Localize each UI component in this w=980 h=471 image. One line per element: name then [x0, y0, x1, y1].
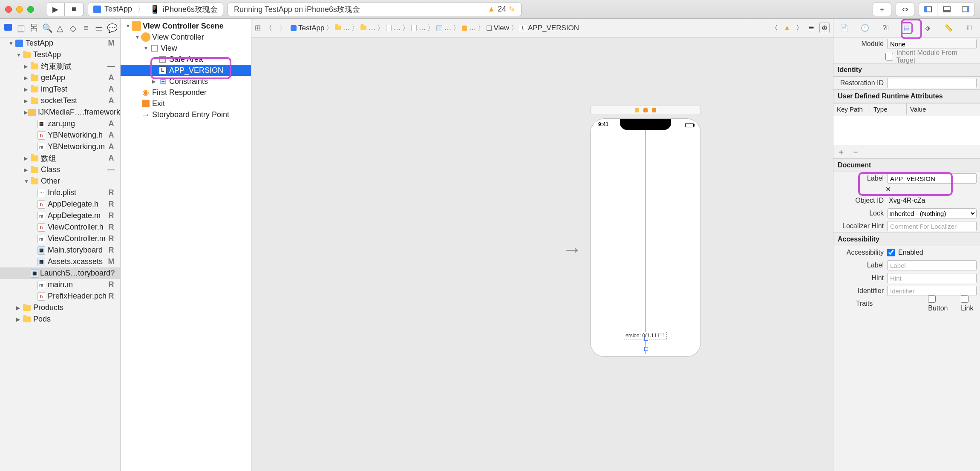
- toggle-navigator-button[interactable]: [919, 3, 937, 16]
- project-tree-row[interactable]: ▦LaunchS…toryboard?: [0, 267, 120, 279]
- outline-row[interactable]: ◉First Responder: [121, 87, 251, 98]
- project-tree-row[interactable]: ▶数组A: [0, 152, 120, 164]
- udra-remove-button[interactable]: －: [851, 147, 860, 156]
- project-tree-row[interactable]: ▶getAppA: [0, 72, 120, 83]
- udra-add-button[interactable]: ＋: [837, 147, 845, 156]
- run-button[interactable]: ▶: [46, 3, 65, 16]
- attributes-inspector-icon[interactable]: ⬗: [922, 22, 934, 34]
- jump-segment[interactable]: TestApp: [291, 24, 324, 32]
- project-tree-row[interactable]: ▶IJKMediaF….frameworkM: [0, 106, 120, 118]
- accessibility-enabled-checkbox[interactable]: [887, 249, 895, 256]
- project-tree-row[interactable]: hYBNetworking.hA: [0, 129, 120, 141]
- debug-nav-icon[interactable]: ≡: [81, 23, 91, 33]
- outline-row[interactable]: ▼View Controller Scene: [121, 20, 251, 32]
- toggle-inspector-button[interactable]: [956, 3, 975, 16]
- project-tree-row[interactable]: ▦Assets.xcassetsM: [0, 256, 120, 267]
- project-tree[interactable]: ▼TestAppM▼TestApp▶约束测试—▶getAppA▶imgTestA…: [0, 37, 120, 471]
- source-control-nav-icon[interactable]: ◫: [16, 23, 26, 33]
- jump-segment[interactable]: …: [360, 24, 375, 32]
- report-nav-icon[interactable]: 💬: [107, 23, 117, 33]
- outline-row[interactable]: ▼View Controller: [121, 32, 251, 43]
- jump-warning-icon[interactable]: ▲: [783, 23, 791, 32]
- lock-select[interactable]: Inherited - (Nothing): [887, 208, 977, 218]
- fix-icon[interactable]: ✎: [509, 5, 515, 14]
- trait-button-checkbox[interactable]: [928, 295, 936, 303]
- scheme-selector[interactable]: TestApp 〉 📱 iPhone6s玫瑰金: [88, 3, 223, 16]
- project-tree-row[interactable]: ▶Products: [0, 302, 120, 313]
- acc-label-field[interactable]: [887, 260, 977, 270]
- project-tree-row[interactable]: hAppDelegate.hR: [0, 198, 120, 210]
- forward-icon[interactable]: 〉: [277, 23, 289, 33]
- scene-dock[interactable]: [590, 106, 701, 115]
- project-tree-row[interactable]: mYBNetworking.mA: [0, 141, 120, 152]
- jump-segment[interactable]: ·…: [386, 24, 401, 32]
- project-tree-row[interactable]: ▶约束测试—: [0, 60, 120, 72]
- toggle-debug-button[interactable]: [937, 3, 956, 16]
- project-tree-row[interactable]: hViewController.hR: [0, 221, 120, 233]
- file-inspector-icon[interactable]: 📄: [838, 22, 850, 34]
- udra-table[interactable]: Key Path Type Value ＋ －: [833, 103, 980, 158]
- outline-row[interactable]: ▼View: [121, 43, 251, 54]
- project-tree-row[interactable]: ▧zan.pngA: [0, 118, 120, 129]
- project-tree-row[interactable]: ▶Pods: [0, 313, 120, 325]
- project-tree-row[interactable]: mAppDelegate.mR: [0, 210, 120, 221]
- localizer-hint-field[interactable]: [887, 221, 977, 231]
- code-review-button[interactable]: ⇔: [896, 3, 914, 16]
- project-tree-row[interactable]: mViewController.mR: [0, 233, 120, 244]
- project-tree-row[interactable]: ▼Other: [0, 175, 120, 187]
- next-issue-icon[interactable]: 〉: [796, 23, 803, 33]
- prev-issue-icon[interactable]: 〈: [771, 23, 778, 33]
- outline-row[interactable]: LAPP_VERSION: [121, 65, 251, 76]
- project-tree-row[interactable]: hPrefixHeader.pchR: [0, 290, 120, 302]
- project-nav-icon[interactable]: [3, 23, 13, 33]
- swatch-none[interactable]: ✕: [885, 187, 893, 192]
- jump-segment[interactable]: …: [462, 24, 476, 32]
- jump-segment[interactable]: LAPP_VERSION: [520, 24, 579, 32]
- outline-row[interactable]: →Storyboard Entry Point: [121, 109, 251, 120]
- project-tree-row[interactable]: ▶Class—: [0, 164, 120, 175]
- acc-hint-field[interactable]: [887, 273, 977, 283]
- jump-segment[interactable]: ·…: [411, 24, 426, 32]
- jump-segment[interactable]: …: [335, 24, 350, 32]
- module-field[interactable]: [887, 39, 977, 49]
- acc-identifier-field[interactable]: [887, 286, 977, 296]
- connections-inspector-icon[interactable]: ➔⃝: [963, 22, 975, 34]
- project-tree-row[interactable]: ▦Main.storyboardR: [0, 244, 120, 256]
- issue-nav-icon[interactable]: △: [55, 23, 65, 33]
- project-tree-row[interactable]: mmain.mR: [0, 279, 120, 290]
- adjust-editor-icon[interactable]: ≣: [808, 23, 814, 32]
- zoom-icon[interactable]: [27, 6, 34, 13]
- outline-row[interactable]: Exit: [121, 98, 251, 109]
- identity-inspector-icon[interactable]: ▤: [901, 22, 913, 34]
- doc-label-color-swatches[interactable]: ✕: [833, 187, 980, 192]
- warning-icon[interactable]: ▲: [487, 5, 495, 14]
- test-nav-icon[interactable]: ◇: [68, 23, 78, 33]
- back-icon[interactable]: 〈: [262, 23, 275, 33]
- restoration-id-field[interactable]: [887, 78, 977, 88]
- dock-first-responder-icon[interactable]: [643, 108, 648, 112]
- find-nav-icon[interactable]: 🔍: [42, 23, 52, 33]
- library-plus-button[interactable]: ＋: [873, 3, 891, 16]
- project-tree-row[interactable]: ▶imgTestA: [0, 83, 120, 95]
- project-tree-row[interactable]: ▶socketTestA: [0, 95, 120, 106]
- jump-segment[interactable]: View: [487, 24, 509, 32]
- history-inspector-icon[interactable]: 🕘: [859, 22, 871, 34]
- project-tree-row[interactable]: ▼TestApp: [0, 49, 120, 60]
- size-inspector-icon[interactable]: 📏: [943, 22, 954, 34]
- dock-vc-icon[interactable]: [635, 108, 639, 112]
- inherit-module-checkbox[interactable]: [885, 53, 893, 60]
- project-tree-row[interactable]: ▼TestAppM: [0, 37, 120, 49]
- related-items-icon[interactable]: ⊞: [255, 23, 261, 32]
- trait-link-checkbox[interactable]: [961, 295, 968, 303]
- close-icon[interactable]: [5, 6, 12, 13]
- symbol-nav-icon[interactable]: 呂: [29, 22, 39, 34]
- doc-label-field[interactable]: [887, 173, 977, 184]
- selection-handles[interactable]: [644, 345, 648, 348]
- jump-bar[interactable]: ⊞ 〈 〉 TestApp〉…〉…〉·…〉·…〉…〉…〉View〉LAPP_VE…: [251, 19, 833, 37]
- jump-path[interactable]: TestApp〉…〉…〉·…〉·…〉…〉…〉View〉LAPP_VERSION: [291, 23, 579, 33]
- outline-row[interactable]: ▶⊞Constraints: [121, 76, 251, 87]
- add-editor-icon[interactable]: ⊕: [819, 23, 830, 33]
- outline-tree[interactable]: ▼View Controller Scene▼View Controller▼V…: [121, 19, 251, 120]
- dock-exit-icon[interactable]: [652, 108, 656, 112]
- project-tree-row[interactable]: ⋯Info.plistR: [0, 187, 120, 198]
